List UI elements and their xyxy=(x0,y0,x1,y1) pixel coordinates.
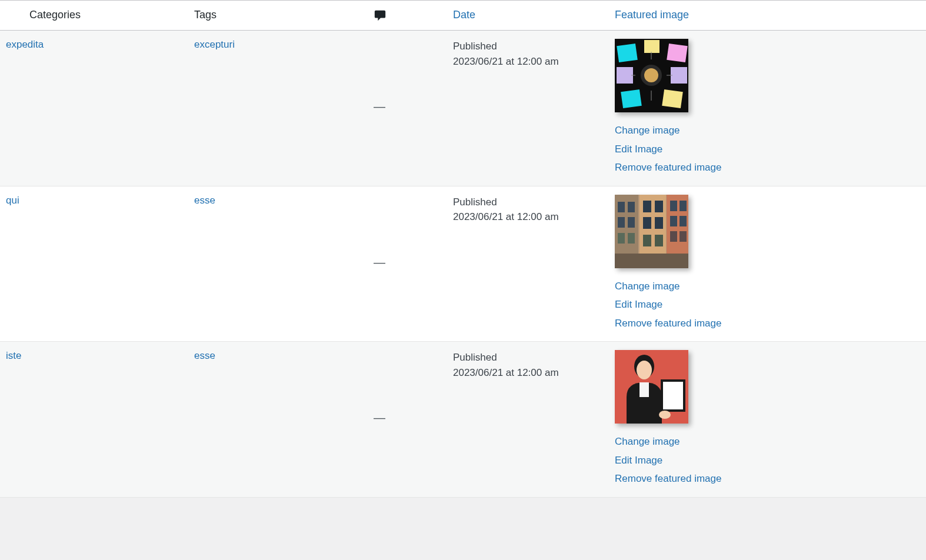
column-header-comments[interactable] xyxy=(368,1,447,30)
svg-rect-2 xyxy=(644,40,659,53)
svg-rect-3 xyxy=(667,44,688,62)
edit-image-link[interactable]: Edit Image xyxy=(615,453,920,468)
svg-rect-5 xyxy=(662,89,683,108)
post-date: 2023/06/21 at 12:00 am xyxy=(453,209,603,225)
svg-rect-26 xyxy=(643,217,651,229)
svg-rect-31 xyxy=(679,201,687,211)
svg-point-39 xyxy=(637,361,652,379)
change-image-link[interactable]: Change image xyxy=(615,279,920,294)
comments-count: — xyxy=(374,411,385,425)
posts-table: Categories Tags Date Featured image expe… xyxy=(0,0,926,498)
column-header-date[interactable]: Date xyxy=(447,1,609,30)
post-status: Published xyxy=(453,350,603,365)
svg-rect-7 xyxy=(617,67,633,84)
svg-point-42 xyxy=(659,411,671,419)
svg-rect-28 xyxy=(643,235,651,246)
post-date: 2023/06/21 at 12:00 am xyxy=(453,365,603,381)
svg-rect-24 xyxy=(643,201,651,212)
tag-link[interactable]: excepturi xyxy=(194,39,235,50)
svg-rect-41 xyxy=(663,382,683,409)
svg-rect-36 xyxy=(615,254,688,268)
featured-image-thumbnail[interactable] xyxy=(615,195,688,268)
svg-rect-35 xyxy=(679,231,687,242)
image-actions: Change image Edit Image Remove featured … xyxy=(615,434,920,486)
tag-link[interactable]: esse xyxy=(194,195,215,206)
svg-rect-20 xyxy=(618,217,625,228)
featured-image-thumbnail[interactable] xyxy=(615,39,688,112)
svg-rect-30 xyxy=(670,201,677,211)
svg-point-9 xyxy=(644,68,658,82)
post-status: Published xyxy=(453,39,603,54)
comments-count: — xyxy=(374,100,385,114)
svg-rect-27 xyxy=(655,217,663,229)
featured-image-thumbnail[interactable] xyxy=(615,350,688,424)
table-row: expedita excepturi — Published 2023/06/2… xyxy=(0,31,926,186)
tag-link[interactable]: esse xyxy=(194,350,215,361)
svg-rect-29 xyxy=(655,235,663,246)
svg-rect-1 xyxy=(617,44,638,62)
svg-rect-32 xyxy=(670,216,677,226)
svg-rect-23 xyxy=(628,233,635,244)
image-actions: Change image Edit Image Remove featured … xyxy=(615,123,920,175)
svg-rect-22 xyxy=(618,233,625,244)
category-link[interactable]: iste xyxy=(6,350,21,361)
svg-rect-6 xyxy=(621,89,642,108)
edit-image-link[interactable]: Edit Image xyxy=(615,297,920,312)
category-link[interactable]: expedita xyxy=(6,39,44,50)
column-header-categories[interactable]: Categories xyxy=(0,1,188,30)
comment-icon xyxy=(374,9,387,22)
table-row: iste esse — Published 2023/06/21 at 12:0… xyxy=(0,342,926,498)
image-actions: Change image Edit Image Remove featured … xyxy=(615,279,920,331)
column-header-featured-image[interactable]: Featured image xyxy=(609,1,926,30)
svg-rect-19 xyxy=(628,202,635,212)
table-row: qui esse — Published 2023/06/21 at 12:00… xyxy=(0,186,926,342)
svg-rect-4 xyxy=(671,67,687,84)
svg-rect-18 xyxy=(618,202,625,212)
change-image-link[interactable]: Change image xyxy=(615,123,920,138)
svg-rect-21 xyxy=(628,217,635,228)
comments-count: — xyxy=(374,256,385,269)
table-header-row: Categories Tags Date Featured image xyxy=(0,0,926,31)
change-image-link[interactable]: Change image xyxy=(615,434,920,449)
svg-rect-25 xyxy=(655,201,663,212)
column-header-tags[interactable]: Tags xyxy=(188,1,368,30)
remove-featured-image-link[interactable]: Remove featured image xyxy=(615,160,920,175)
edit-image-link[interactable]: Edit Image xyxy=(615,142,920,157)
remove-featured-image-link[interactable]: Remove featured image xyxy=(615,471,920,486)
post-status: Published xyxy=(453,195,603,210)
svg-rect-33 xyxy=(679,216,687,226)
category-link[interactable]: qui xyxy=(6,195,19,206)
post-date: 2023/06/21 at 12:00 am xyxy=(453,54,603,69)
remove-featured-image-link[interactable]: Remove featured image xyxy=(615,316,920,331)
svg-rect-34 xyxy=(670,231,677,242)
